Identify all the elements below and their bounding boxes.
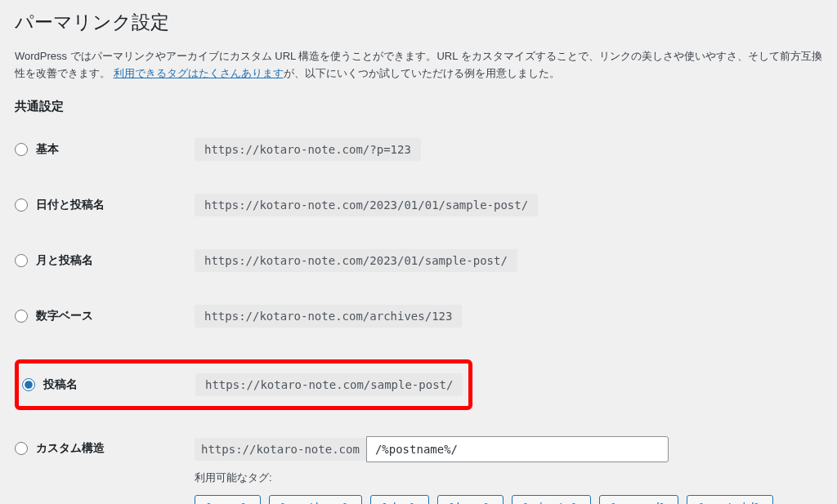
label-text-numeric: 数字ベース — [36, 309, 93, 323]
radio-day-name[interactable] — [15, 198, 28, 212]
url-example-month-name: https://kotaro-note.com/2023/01/sample-p… — [195, 249, 517, 272]
url-example-post-name: https://kotaro-note.com/sample-post/ — [195, 373, 463, 396]
radio-default[interactable] — [15, 143, 28, 156]
tag-button-monthnum[interactable]: %monthnum% — [269, 495, 362, 504]
radio-month-name[interactable] — [15, 254, 28, 267]
radio-custom[interactable] — [15, 442, 28, 455]
custom-structure-input[interactable] — [366, 436, 669, 462]
tag-button-second[interactable]: %second% — [599, 495, 678, 504]
tags-container: %year% %monthnum% %day% %hour% %minute% … — [195, 495, 822, 504]
tag-button-hour[interactable]: %hour% — [437, 495, 504, 504]
available-tags-label: 利用可能なタグ: — [195, 471, 822, 485]
radio-post-name[interactable] — [22, 378, 35, 391]
tags-help-link[interactable]: 利用できるタグはたくさんあります — [114, 67, 284, 79]
option-row-day-name: 日付と投稿名 https://kotaro-note.com/2023/01/0… — [15, 193, 822, 217]
option-row-custom: カスタム構造 https://kotaro-note.com 利用可能なタグ: … — [15, 436, 822, 504]
tag-button-year[interactable]: %year% — [195, 495, 261, 504]
label-text-default: 基本 — [36, 142, 59, 157]
url-example-default: https://kotaro-note.com/?p=123 — [195, 138, 421, 161]
url-example-numeric: https://kotaro-note.com/archives/123 — [195, 305, 462, 328]
option-label-month-name[interactable]: 月と投稿名 — [15, 253, 195, 268]
tag-button-post-id[interactable]: %post_id% — [687, 495, 773, 504]
option-row-post-name-highlighted: 投稿名 https://kotaro-note.com/sample-post/ — [15, 359, 472, 410]
label-text-custom: カスタム構造 — [36, 441, 105, 456]
option-label-numeric[interactable]: 数字ベース — [15, 309, 195, 323]
url-example-day-name: https://kotaro-note.com/2023/01/01/sampl… — [195, 194, 538, 216]
tag-button-day[interactable]: %day% — [370, 495, 429, 504]
label-text-post-name: 投稿名 — [43, 377, 78, 392]
label-text-month-name: 月と投稿名 — [36, 253, 93, 268]
option-label-default[interactable]: 基本 — [15, 142, 195, 157]
page-title: パーマリンク設定 — [15, 10, 822, 35]
option-row-numeric: 数字ベース https://kotaro-note.com/archives/1… — [15, 304, 822, 328]
option-row-default: 基本 https://kotaro-note.com/?p=123 — [15, 137, 822, 162]
custom-base-url: https://kotaro-note.com — [195, 438, 366, 461]
page-description: WordPress ではパーマリンクやアーカイブにカスタム URL 構造を使うこ… — [15, 48, 822, 83]
section-title: 共通設定 — [15, 99, 822, 114]
option-row-month-name: 月と投稿名 https://kotaro-note.com/2023/01/sa… — [15, 248, 822, 273]
custom-content: https://kotaro-note.com 利用可能なタグ: %year% … — [195, 436, 822, 504]
option-label-post-name[interactable]: 投稿名 — [22, 377, 195, 392]
custom-url-line: https://kotaro-note.com — [195, 436, 822, 462]
label-text-day-name: 日付と投稿名 — [36, 198, 105, 212]
option-label-day-name[interactable]: 日付と投稿名 — [15, 198, 195, 212]
tag-button-minute[interactable]: %minute% — [512, 495, 591, 504]
description-text-post: が、以下にいくつか試していただける例を用意しました。 — [284, 67, 560, 79]
radio-numeric[interactable] — [15, 310, 28, 323]
option-label-custom[interactable]: カスタム構造 — [15, 436, 195, 456]
